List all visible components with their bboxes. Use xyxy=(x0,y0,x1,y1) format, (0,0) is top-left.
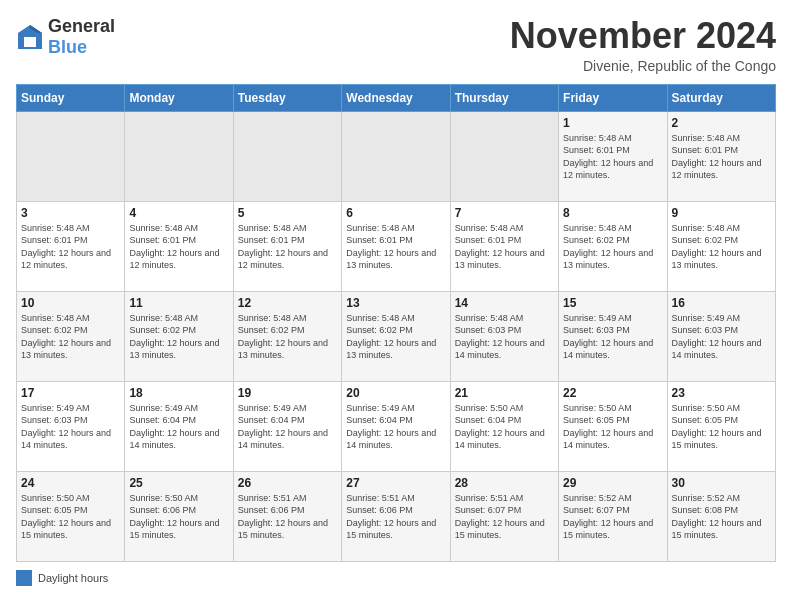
day-detail: Sunrise: 5:48 AMSunset: 6:01 PMDaylight:… xyxy=(455,222,554,272)
calendar-cell: 21 Sunrise: 5:50 AMSunset: 6:04 PMDaylig… xyxy=(450,381,558,471)
day-detail: Sunrise: 5:48 AMSunset: 6:01 PMDaylight:… xyxy=(346,222,445,272)
calendar-day-header: Thursday xyxy=(450,84,558,111)
day-number: 18 xyxy=(129,386,228,400)
day-number: 2 xyxy=(672,116,771,130)
calendar-cell: 13 Sunrise: 5:48 AMSunset: 6:02 PMDaylig… xyxy=(342,291,450,381)
calendar-cell xyxy=(450,111,558,201)
day-number: 16 xyxy=(672,296,771,310)
calendar-week-row: 1 Sunrise: 5:48 AMSunset: 6:01 PMDayligh… xyxy=(17,111,776,201)
legend-color-box xyxy=(16,570,32,586)
day-detail: Sunrise: 5:50 AMSunset: 6:05 PMDaylight:… xyxy=(563,402,662,452)
calendar-cell: 24 Sunrise: 5:50 AMSunset: 6:05 PMDaylig… xyxy=(17,471,125,561)
day-detail: Sunrise: 5:48 AMSunset: 6:02 PMDaylight:… xyxy=(129,312,228,362)
calendar-cell: 19 Sunrise: 5:49 AMSunset: 6:04 PMDaylig… xyxy=(233,381,341,471)
logo-general: General xyxy=(48,16,115,36)
day-number: 13 xyxy=(346,296,445,310)
calendar-cell: 22 Sunrise: 5:50 AMSunset: 6:05 PMDaylig… xyxy=(559,381,667,471)
calendar-cell: 7 Sunrise: 5:48 AMSunset: 6:01 PMDayligh… xyxy=(450,201,558,291)
calendar-cell: 5 Sunrise: 5:48 AMSunset: 6:01 PMDayligh… xyxy=(233,201,341,291)
location-title: Divenie, Republic of the Congo xyxy=(510,58,776,74)
day-detail: Sunrise: 5:48 AMSunset: 6:03 PMDaylight:… xyxy=(455,312,554,362)
calendar-day-header: Monday xyxy=(125,84,233,111)
calendar-table: SundayMondayTuesdayWednesdayThursdayFrid… xyxy=(16,84,776,562)
calendar-cell xyxy=(125,111,233,201)
calendar-cell: 16 Sunrise: 5:49 AMSunset: 6:03 PMDaylig… xyxy=(667,291,775,381)
calendar-cell: 15 Sunrise: 5:49 AMSunset: 6:03 PMDaylig… xyxy=(559,291,667,381)
calendar-day-header: Wednesday xyxy=(342,84,450,111)
day-number: 14 xyxy=(455,296,554,310)
calendar-cell: 18 Sunrise: 5:49 AMSunset: 6:04 PMDaylig… xyxy=(125,381,233,471)
day-detail: Sunrise: 5:52 AMSunset: 6:08 PMDaylight:… xyxy=(672,492,771,542)
day-number: 4 xyxy=(129,206,228,220)
calendar-cell: 4 Sunrise: 5:48 AMSunset: 6:01 PMDayligh… xyxy=(125,201,233,291)
day-number: 10 xyxy=(21,296,120,310)
day-number: 24 xyxy=(21,476,120,490)
logo: General Blue xyxy=(16,16,115,58)
day-detail: Sunrise: 5:48 AMSunset: 6:01 PMDaylight:… xyxy=(672,132,771,182)
day-number: 15 xyxy=(563,296,662,310)
calendar-cell xyxy=(17,111,125,201)
day-detail: Sunrise: 5:50 AMSunset: 6:06 PMDaylight:… xyxy=(129,492,228,542)
day-detail: Sunrise: 5:48 AMSunset: 6:01 PMDaylight:… xyxy=(238,222,337,272)
day-number: 7 xyxy=(455,206,554,220)
logo-blue: Blue xyxy=(48,37,87,57)
day-number: 20 xyxy=(346,386,445,400)
calendar-cell: 2 Sunrise: 5:48 AMSunset: 6:01 PMDayligh… xyxy=(667,111,775,201)
day-detail: Sunrise: 5:48 AMSunset: 6:02 PMDaylight:… xyxy=(238,312,337,362)
day-number: 30 xyxy=(672,476,771,490)
calendar-cell: 9 Sunrise: 5:48 AMSunset: 6:02 PMDayligh… xyxy=(667,201,775,291)
day-detail: Sunrise: 5:49 AMSunset: 6:03 PMDaylight:… xyxy=(672,312,771,362)
calendar-cell: 26 Sunrise: 5:51 AMSunset: 6:06 PMDaylig… xyxy=(233,471,341,561)
calendar-day-header: Friday xyxy=(559,84,667,111)
day-detail: Sunrise: 5:48 AMSunset: 6:01 PMDaylight:… xyxy=(129,222,228,272)
calendar-header-row: SundayMondayTuesdayWednesdayThursdayFrid… xyxy=(17,84,776,111)
day-number: 17 xyxy=(21,386,120,400)
day-detail: Sunrise: 5:48 AMSunset: 6:01 PMDaylight:… xyxy=(21,222,120,272)
day-number: 21 xyxy=(455,386,554,400)
day-detail: Sunrise: 5:49 AMSunset: 6:04 PMDaylight:… xyxy=(238,402,337,452)
calendar-cell: 6 Sunrise: 5:48 AMSunset: 6:01 PMDayligh… xyxy=(342,201,450,291)
calendar-week-row: 17 Sunrise: 5:49 AMSunset: 6:03 PMDaylig… xyxy=(17,381,776,471)
day-detail: Sunrise: 5:48 AMSunset: 6:02 PMDaylight:… xyxy=(563,222,662,272)
day-detail: Sunrise: 5:51 AMSunset: 6:07 PMDaylight:… xyxy=(455,492,554,542)
day-number: 26 xyxy=(238,476,337,490)
day-number: 29 xyxy=(563,476,662,490)
calendar-cell: 8 Sunrise: 5:48 AMSunset: 6:02 PMDayligh… xyxy=(559,201,667,291)
day-number: 6 xyxy=(346,206,445,220)
day-number: 9 xyxy=(672,206,771,220)
day-detail: Sunrise: 5:49 AMSunset: 6:04 PMDaylight:… xyxy=(346,402,445,452)
calendar-cell xyxy=(233,111,341,201)
calendar-cell: 11 Sunrise: 5:48 AMSunset: 6:02 PMDaylig… xyxy=(125,291,233,381)
logo-text: General Blue xyxy=(48,16,115,58)
calendar-week-row: 3 Sunrise: 5:48 AMSunset: 6:01 PMDayligh… xyxy=(17,201,776,291)
day-number: 25 xyxy=(129,476,228,490)
calendar-day-header: Saturday xyxy=(667,84,775,111)
calendar-day-header: Sunday xyxy=(17,84,125,111)
day-number: 8 xyxy=(563,206,662,220)
day-detail: Sunrise: 5:51 AMSunset: 6:06 PMDaylight:… xyxy=(346,492,445,542)
day-detail: Sunrise: 5:50 AMSunset: 6:05 PMDaylight:… xyxy=(672,402,771,452)
day-number: 11 xyxy=(129,296,228,310)
calendar-cell: 28 Sunrise: 5:51 AMSunset: 6:07 PMDaylig… xyxy=(450,471,558,561)
calendar-cell: 23 Sunrise: 5:50 AMSunset: 6:05 PMDaylig… xyxy=(667,381,775,471)
legend-label: Daylight hours xyxy=(38,572,108,584)
day-detail: Sunrise: 5:51 AMSunset: 6:06 PMDaylight:… xyxy=(238,492,337,542)
day-number: 3 xyxy=(21,206,120,220)
calendar-week-row: 10 Sunrise: 5:48 AMSunset: 6:02 PMDaylig… xyxy=(17,291,776,381)
day-detail: Sunrise: 5:50 AMSunset: 6:04 PMDaylight:… xyxy=(455,402,554,452)
calendar-cell: 1 Sunrise: 5:48 AMSunset: 6:01 PMDayligh… xyxy=(559,111,667,201)
page-header: General Blue November 2024 Divenie, Repu… xyxy=(16,16,776,74)
calendar-cell: 29 Sunrise: 5:52 AMSunset: 6:07 PMDaylig… xyxy=(559,471,667,561)
calendar-cell: 3 Sunrise: 5:48 AMSunset: 6:01 PMDayligh… xyxy=(17,201,125,291)
calendar-cell: 17 Sunrise: 5:49 AMSunset: 6:03 PMDaylig… xyxy=(17,381,125,471)
day-detail: Sunrise: 5:48 AMSunset: 6:02 PMDaylight:… xyxy=(346,312,445,362)
day-detail: Sunrise: 5:50 AMSunset: 6:05 PMDaylight:… xyxy=(21,492,120,542)
calendar-cell: 30 Sunrise: 5:52 AMSunset: 6:08 PMDaylig… xyxy=(667,471,775,561)
calendar-cell: 10 Sunrise: 5:48 AMSunset: 6:02 PMDaylig… xyxy=(17,291,125,381)
calendar-cell: 25 Sunrise: 5:50 AMSunset: 6:06 PMDaylig… xyxy=(125,471,233,561)
calendar-cell: 20 Sunrise: 5:49 AMSunset: 6:04 PMDaylig… xyxy=(342,381,450,471)
day-detail: Sunrise: 5:48 AMSunset: 6:01 PMDaylight:… xyxy=(563,132,662,182)
day-number: 27 xyxy=(346,476,445,490)
day-number: 1 xyxy=(563,116,662,130)
logo-icon xyxy=(16,23,44,51)
